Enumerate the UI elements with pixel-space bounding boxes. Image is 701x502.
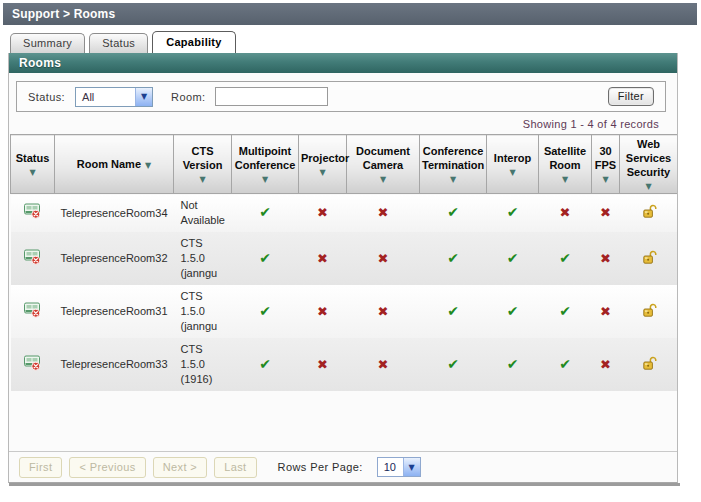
table-row: TelepresenceRoom34Not Available✔✖✖✔✔✖✖ bbox=[11, 194, 678, 233]
column-header-label: Document Camera bbox=[356, 145, 410, 171]
check-icon: ✔ bbox=[507, 204, 519, 220]
cross-icon: ✖ bbox=[378, 357, 389, 372]
interop-cell: ✔ bbox=[487, 338, 539, 391]
tab-status[interactable]: Status bbox=[89, 33, 148, 53]
status-filter-value: All bbox=[76, 88, 100, 106]
column-header-status[interactable]: Status▼ bbox=[11, 135, 55, 194]
check-icon: ✔ bbox=[447, 250, 459, 266]
room-name-cell: TelepresenceRoom33 bbox=[55, 338, 174, 391]
sort-arrow-icon: ▼ bbox=[13, 169, 52, 177]
cts-version-cell: CTS 1.5.0 (janngu bbox=[174, 232, 232, 285]
column-header-web-services-security[interactable]: Web Services Security▼ bbox=[620, 135, 678, 194]
check-icon: ✔ bbox=[447, 356, 459, 372]
sort-arrow-icon: ▼ bbox=[594, 176, 617, 184]
multipoint_conference-cell: ✔ bbox=[232, 338, 299, 391]
30_fps-cell: ✖ bbox=[592, 232, 620, 285]
column-header-interop[interactable]: Interop▼ bbox=[487, 135, 539, 194]
sort-arrow-icon: ▼ bbox=[301, 169, 344, 177]
column-header-label: Status bbox=[16, 152, 50, 164]
check-icon: ✔ bbox=[559, 356, 571, 372]
document_camera-cell: ✖ bbox=[347, 194, 420, 233]
column-header-label: Conference Termination bbox=[422, 145, 484, 171]
cts-version-cell: Not Available bbox=[174, 194, 232, 233]
tab-bar: Summary Status Capability bbox=[10, 31, 701, 53]
room-status-cell bbox=[11, 338, 55, 391]
table-row: TelepresenceRoom33CTS 1.5.0 (1916)✔✖✖✔✔✔… bbox=[11, 338, 678, 391]
column-header-conference-termination[interactable]: Conference Termination▼ bbox=[420, 135, 487, 194]
cross-icon: ✖ bbox=[317, 304, 328, 319]
column-header-label: Projector bbox=[301, 152, 349, 164]
30_fps-cell: ✖ bbox=[592, 285, 620, 338]
document_camera-cell: ✖ bbox=[347, 338, 420, 391]
satellite_room-cell: ✔ bbox=[539, 338, 592, 391]
cross-icon: ✖ bbox=[600, 251, 611, 266]
pagination-last-button[interactable]: Last bbox=[214, 457, 256, 478]
rows-per-page-select[interactable]: 10 ▼ bbox=[377, 457, 421, 477]
filter-button[interactable]: Filter bbox=[608, 87, 654, 106]
multipoint_conference-cell: ✔ bbox=[232, 285, 299, 338]
cross-icon: ✖ bbox=[317, 357, 328, 372]
cross-icon: ✖ bbox=[378, 304, 389, 319]
pagination-first-button[interactable]: First bbox=[19, 457, 62, 478]
satellite_room-cell: ✖ bbox=[539, 194, 592, 233]
cross-icon: ✖ bbox=[600, 357, 611, 372]
column-header-30-fps[interactable]: 30 FPS▼ bbox=[592, 135, 620, 194]
column-header-cts-version[interactable]: CTS Version▼ bbox=[174, 135, 232, 194]
sort-arrow-icon: ▼ bbox=[489, 169, 536, 177]
room-status-cell bbox=[11, 285, 55, 338]
sort-arrow-icon: ▼ bbox=[176, 176, 229, 184]
conference_termination-cell: ✔ bbox=[420, 285, 487, 338]
status-filter-label: Status: bbox=[28, 91, 65, 103]
sort-arrow-icon: ▼ bbox=[622, 183, 675, 191]
column-header-label: 30 FPS bbox=[595, 145, 616, 171]
column-header-label: Multipoint Conference bbox=[235, 145, 296, 171]
table-row: TelepresenceRoom32CTS 1.5.0 (janngu✔✖✖✔✔… bbox=[11, 232, 678, 285]
section-header: Rooms bbox=[9, 53, 677, 73]
web-services-security-cell bbox=[620, 285, 678, 338]
column-header-document-camera[interactable]: Document Camera▼ bbox=[347, 135, 420, 194]
projector-cell: ✖ bbox=[299, 338, 347, 391]
interop-cell: ✔ bbox=[487, 285, 539, 338]
column-header-room-name[interactable]: Room Name▼ bbox=[55, 135, 174, 194]
room-status-error-icon bbox=[24, 355, 41, 371]
cross-icon: ✖ bbox=[560, 205, 571, 220]
room-status-error-icon bbox=[24, 302, 41, 318]
column-header-projector[interactable]: Projector▼ bbox=[299, 135, 347, 194]
column-header-label: Satellite Room bbox=[544, 145, 586, 171]
check-icon: ✔ bbox=[507, 250, 519, 266]
status-filter-select[interactable]: All ▼ bbox=[75, 87, 153, 107]
security-unlocked-icon bbox=[640, 249, 657, 265]
sort-arrow-icon: ▼ bbox=[422, 176, 484, 184]
check-icon: ✔ bbox=[447, 204, 459, 220]
table-header-row: Status▼Room Name▼CTS Version▼Multipoint … bbox=[11, 135, 678, 194]
breadcrumb: Support > Rooms bbox=[3, 3, 697, 25]
cross-icon: ✖ bbox=[600, 304, 611, 319]
conference_termination-cell: ✔ bbox=[420, 232, 487, 285]
multipoint_conference-cell: ✔ bbox=[232, 194, 299, 233]
table-row: TelepresenceRoom31CTS 1.5.0 (janngu✔✖✖✔✔… bbox=[11, 285, 678, 338]
satellite_room-cell: ✔ bbox=[539, 285, 592, 338]
column-header-multipoint-conference[interactable]: Multipoint Conference▼ bbox=[232, 135, 299, 194]
room-status-error-icon bbox=[24, 249, 41, 265]
pagination-previous-button[interactable]: < Previous bbox=[69, 457, 145, 478]
web-services-security-cell bbox=[620, 194, 678, 233]
rows-per-page-value: 10 bbox=[378, 458, 402, 476]
column-header-satellite-room[interactable]: Satellite Room▼ bbox=[539, 135, 592, 194]
room-filter-input[interactable] bbox=[215, 87, 328, 106]
sort-arrow-icon: ▼ bbox=[349, 176, 417, 184]
projector-cell: ✖ bbox=[299, 194, 347, 233]
room-filter-label: Room: bbox=[171, 91, 205, 103]
web-services-security-cell bbox=[620, 232, 678, 285]
check-icon: ✔ bbox=[259, 204, 271, 220]
check-icon: ✔ bbox=[447, 303, 459, 319]
cts-version-cell: CTS 1.5.0 (janngu bbox=[174, 285, 232, 338]
document_camera-cell: ✖ bbox=[347, 285, 420, 338]
conference_termination-cell: ✔ bbox=[420, 338, 487, 391]
pagination-next-button[interactable]: Next > bbox=[153, 457, 208, 478]
sort-arrow-icon: ▼ bbox=[541, 176, 589, 184]
multipoint_conference-cell: ✔ bbox=[232, 232, 299, 285]
cross-icon: ✖ bbox=[378, 205, 389, 220]
sort-arrow-icon: ▼ bbox=[145, 161, 151, 170]
tab-summary[interactable]: Summary bbox=[10, 33, 85, 53]
tab-capability[interactable]: Capability bbox=[152, 31, 236, 53]
